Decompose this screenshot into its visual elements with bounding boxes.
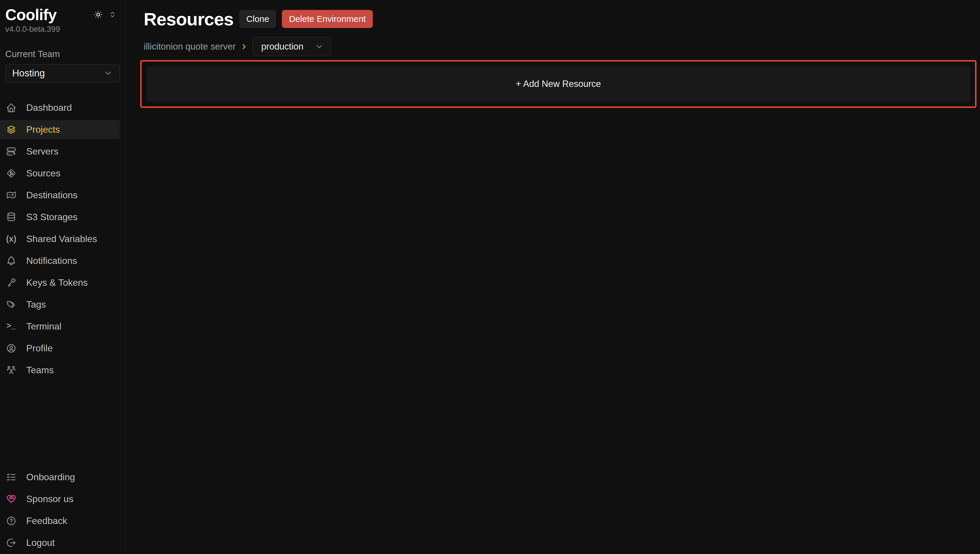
environment-select[interactable]: production [253, 37, 331, 56]
add-new-resource-button[interactable]: + Add New Resource [145, 65, 971, 103]
sidebar: Coolify v4.0.0-beta.399 Current Tea [0, 0, 126, 554]
terminal-icon: >_ [6, 321, 17, 332]
chevron-down-icon [315, 42, 323, 51]
sidebar-header: Coolify [0, 5, 125, 24]
sun-icon [93, 10, 103, 20]
clone-button[interactable]: Clone [239, 10, 276, 28]
current-team-label: Current Team [0, 49, 125, 59]
server-icon [6, 146, 17, 157]
bell-icon [6, 255, 17, 266]
version-switcher-control[interactable] [108, 10, 117, 19]
highlight-outline: + Add New Resource [140, 60, 977, 108]
sidebar-item-teams[interactable]: Teams [0, 361, 120, 380]
sidebar-item-profile[interactable]: Profile [0, 339, 120, 358]
add-new-resource-label: + Add New Resource [515, 79, 601, 89]
sidebar-item-label: S3 Storages [26, 212, 78, 223]
tag-icon [6, 299, 17, 310]
sidebar-item-projects[interactable]: Projects [0, 120, 120, 139]
sidebar-item-onboarding[interactable]: Onboarding [0, 468, 120, 487]
page-title: Resources [144, 9, 234, 29]
sidebar-nav: Dashboard Projects Servers [0, 98, 125, 380]
checklist-icon [6, 472, 17, 482]
user-circle-icon [6, 343, 17, 354]
breadcrumb-project-link[interactable]: illicitonion quote server [144, 41, 235, 52]
sidebar-item-label: Profile [26, 343, 53, 354]
app-title: Coolify [5, 5, 57, 24]
git-diamond-icon [6, 168, 17, 179]
current-team-value: Hosting [12, 68, 45, 79]
database-icon [6, 212, 17, 223]
breadcrumb: illicitonion quote server production [144, 37, 977, 56]
sidebar-item-label: Tags [26, 299, 46, 310]
sidebar-item-sponsor-us[interactable]: Sponsor us [0, 490, 120, 508]
help-circle-icon [6, 516, 17, 526]
sidebar-item-label: Terminal [26, 321, 62, 332]
logout-icon [6, 537, 17, 548]
chevron-down-icon [103, 68, 113, 78]
app-version: v4.0.0-beta.399 [0, 24, 125, 34]
theme-toggle-button[interactable] [93, 10, 103, 20]
sidebar-item-servers[interactable]: Servers [0, 142, 120, 161]
sidebar-item-shared-variables[interactable]: (x) Shared Variables [0, 229, 120, 248]
map-icon [6, 190, 17, 201]
sidebar-item-label: Shared Variables [26, 234, 97, 244]
layers-icon [6, 124, 17, 135]
sidebar-item-label: Projects [26, 124, 60, 135]
sidebar-item-destinations[interactable]: Destinations [0, 186, 120, 205]
sidebar-item-sources[interactable]: Sources [0, 164, 120, 183]
sidebar-item-label: Dashboard [26, 102, 72, 113]
sidebar-item-keys-tokens[interactable]: Keys & Tokens [0, 273, 120, 292]
sidebar-item-label: Onboarding [26, 472, 75, 482]
key-icon [6, 277, 17, 288]
heart-hands-icon [6, 494, 17, 505]
delete-environment-button[interactable]: Delete Environment [282, 10, 372, 28]
sidebar-item-label: Sources [26, 168, 60, 179]
environment-value: production [261, 41, 304, 52]
sidebar-item-label: Servers [26, 146, 58, 157]
sidebar-item-tags[interactable]: Tags [0, 295, 120, 314]
home-icon [6, 102, 17, 113]
sidebar-item-label: Destinations [26, 190, 78, 201]
sidebar-item-terminal[interactable]: >_ Terminal [0, 317, 120, 336]
chevron-right-icon [240, 43, 248, 51]
current-team-select[interactable]: Hosting [5, 64, 120, 83]
sidebar-item-label: Logout [26, 537, 55, 548]
sidebar-item-dashboard[interactable]: Dashboard [0, 98, 120, 117]
sidebar-item-logout[interactable]: Logout [0, 533, 120, 552]
sidebar-item-notifications[interactable]: Notifications [0, 252, 120, 270]
sidebar-item-feedback[interactable]: Feedback [0, 511, 120, 530]
sidebar-footer-nav: Onboarding Sponsor us Feedback [0, 468, 125, 552]
sidebar-item-label: Keys & Tokens [26, 277, 88, 288]
sidebar-spacer [0, 380, 125, 468]
main-content: Resources Clone Delete Environment illic… [126, 0, 980, 554]
sidebar-item-label: Notifications [26, 255, 77, 266]
users-icon [6, 365, 17, 376]
sidebar-item-label: Sponsor us [26, 494, 73, 505]
sidebar-item-label: Feedback [26, 516, 67, 526]
sidebar-item-label: Teams [26, 365, 54, 376]
sidebar-item-s3-storages[interactable]: S3 Storages [0, 208, 120, 226]
page-header: Resources Clone Delete Environment [144, 10, 977, 28]
chevron-updown-icon [108, 10, 117, 19]
parentheses-x-icon: (x) [6, 234, 17, 244]
